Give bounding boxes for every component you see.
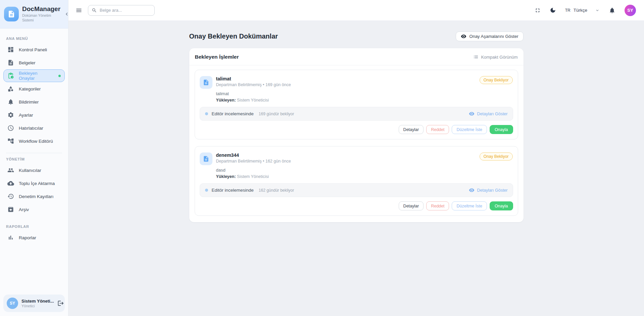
logout-icon xyxy=(57,300,64,307)
sidebar-header: DocManager Doküman Yönetim Sistemi xyxy=(0,0,68,28)
sidebar-item-belgeler[interactable]: Belgeler xyxy=(3,56,65,69)
page-header: Onay Bekleyen Dokümanlar Onay Aşamaların… xyxy=(189,31,524,41)
bar-chart-icon xyxy=(7,234,14,241)
user-role: Yönetici xyxy=(21,304,54,308)
archive-icon xyxy=(7,206,14,213)
request-fix-button[interactable]: Düzeltme İste xyxy=(452,201,487,210)
header-avatar[interactable]: SY xyxy=(625,5,636,16)
chevron-left-icon xyxy=(64,11,70,17)
sidebar-item-label: Bekleyen Onaylar xyxy=(19,71,54,81)
document-item: denem344 Departman Belirtilmemiş • 162 g… xyxy=(195,146,518,216)
approve-button[interactable]: Onayla xyxy=(490,125,513,134)
document-item-header: denem344 Departman Belirtilmemiş • 162 g… xyxy=(195,146,518,179)
document-uploader: Yükleyen: Sistem Yöneticisi xyxy=(216,174,476,179)
menu-toggle-button[interactable] xyxy=(76,7,82,14)
pending-approvals-icon xyxy=(7,72,14,79)
sidebar-item-toplu-ice-aktarma[interactable]: Toplu İçe Aktarma xyxy=(3,177,65,190)
topbar-actions: TR Türkçe SY xyxy=(535,5,636,16)
document-description: talimat xyxy=(216,91,476,96)
document-title: talimat xyxy=(216,76,476,81)
workflow-icon xyxy=(7,138,14,144)
sidebar-item-kontrol-paneli[interactable]: Kontrol Paneli xyxy=(3,43,65,56)
eye-icon xyxy=(469,187,475,193)
document-item: talimat Departman Belirtilmemiş • 169 gü… xyxy=(195,70,518,139)
app-name: DocManager xyxy=(22,5,60,13)
document-description: dasd xyxy=(216,168,476,173)
document-actions: Detaylar Reddet Düzeltme İste Onayla xyxy=(195,197,518,215)
sidebar-item-workflow-editoru[interactable]: Workflow Editörü xyxy=(3,135,65,147)
show-approval-stages-label: Onay Aşamalarını Göster xyxy=(469,34,518,39)
sidebar: DocManager Doküman Yönetim Sistemi ANA M… xyxy=(0,0,68,316)
compact-view-toggle[interactable]: Kompakt Görünüm xyxy=(473,54,517,60)
show-details-link[interactable]: Detayları Göster xyxy=(469,187,507,193)
list-view-icon xyxy=(473,54,479,60)
approval-stage-bar: Editör incelemesinde 162 gündür bekliyor… xyxy=(200,183,513,197)
sidebar-item-label: Ayarlar xyxy=(19,113,33,118)
bell-icon xyxy=(7,99,14,105)
user-name: Sistem Yöneti... xyxy=(21,299,54,304)
sidebar-item-label: Toplu İçe Aktarma xyxy=(19,181,55,186)
sidebar-divider xyxy=(6,153,62,153)
sidebar-item-kategoriler[interactable]: Kategoriler xyxy=(3,82,65,95)
fullscreen-button[interactable] xyxy=(535,7,541,13)
sidebar-item-label: Arşiv xyxy=(19,207,29,212)
main-area: Onay Bekleyen Dokümanlar Onay Aşamaların… xyxy=(68,21,644,316)
sidebar-item-label: Kategoriler xyxy=(19,86,41,91)
sidebar-item-arsiv[interactable]: Arşiv xyxy=(3,203,65,216)
sidebar-collapse-button[interactable] xyxy=(64,11,70,17)
app-tagline: Doküman Yönetim Sistemi xyxy=(22,13,60,22)
status-badge: Onay Bekliyor xyxy=(480,152,513,161)
document-type-icon xyxy=(200,76,212,89)
sidebar-nav: ANA MENÜ Kontrol Paneli Belgeler Bekleye… xyxy=(0,28,68,316)
panel-title: Bekleyen İşlemler xyxy=(195,54,239,60)
approval-stage-bar: Editör incelemesinde 169 gündür bekliyor… xyxy=(200,107,513,121)
sidebar-item-bekleyen-onaylar[interactable]: Bekleyen Onaylar xyxy=(3,69,65,82)
sidebar-user-card[interactable]: SY Sistem Yöneti... Yönetici xyxy=(3,295,65,312)
reject-button[interactable]: Reddet xyxy=(426,125,449,134)
sidebar-item-label: Bildirimler xyxy=(19,100,39,105)
request-fix-button[interactable]: Düzeltme İste xyxy=(452,125,487,134)
topbar: TR Türkçe SY xyxy=(68,0,644,21)
document-info: talimat Departman Belirtilmemiş • 169 gü… xyxy=(216,76,476,103)
sidebar-item-denetim-kayitlari[interactable]: Denetim Kayıtları xyxy=(3,190,65,203)
sidebar-item-bildirimler[interactable]: Bildirimler xyxy=(3,96,65,108)
details-button[interactable]: Detaylar xyxy=(399,201,424,210)
moon-icon xyxy=(550,7,556,13)
document-meta: Departman Belirtilmemiş • 169 gün önce xyxy=(216,82,476,87)
sidebar-item-kullanicilar[interactable]: Kullanıcılar xyxy=(3,164,65,177)
dark-mode-toggle[interactable] xyxy=(550,7,556,13)
show-details-link[interactable]: Detayları Göster xyxy=(469,111,507,117)
document-item-header: talimat Departman Belirtilmemiş • 169 gü… xyxy=(195,70,518,103)
eye-icon xyxy=(469,111,475,117)
dashboard-icon xyxy=(7,46,14,53)
approve-button[interactable]: Onayla xyxy=(490,201,513,210)
logout-button[interactable] xyxy=(57,300,64,307)
language-selector[interactable]: TR Türkçe xyxy=(565,8,600,13)
sidebar-item-hatirlaticilar[interactable]: Hatırlatıcılar xyxy=(3,122,65,134)
show-details-label: Detayları Göster xyxy=(477,112,507,116)
stage-waiting-time: 169 gündür bekliyor xyxy=(259,112,294,116)
uploader-value: Sistem Yöneticisi xyxy=(237,98,269,103)
document-icon xyxy=(7,59,14,66)
sidebar-item-ayarlar[interactable]: Ayarlar xyxy=(3,109,65,121)
compact-view-label: Kompakt Görünüm xyxy=(481,55,517,60)
notifications-button[interactable] xyxy=(609,7,615,14)
pending-indicator-dot xyxy=(58,75,61,77)
category-icon xyxy=(7,85,14,92)
search-box[interactable] xyxy=(88,5,155,16)
history-icon xyxy=(7,193,14,200)
main-column: TR Türkçe SY Onay Bekleyen Dokümanlar On… xyxy=(68,0,644,316)
details-button[interactable]: Detaylar xyxy=(399,125,424,134)
show-approval-stages-button[interactable]: Onay Aşamalarını Göster xyxy=(456,31,524,41)
page-title: Onay Bekleyen Dokümanlar xyxy=(189,33,278,40)
sidebar-item-label: Hatırlatıcılar xyxy=(19,126,43,131)
reject-button[interactable]: Reddet xyxy=(426,201,449,210)
uploader-label: Yükleyen: xyxy=(216,98,236,103)
document-logo-icon xyxy=(7,10,15,18)
document-type-icon xyxy=(200,152,212,165)
stage-dot xyxy=(205,112,208,115)
search-icon xyxy=(92,8,97,13)
show-details-label: Detayları Göster xyxy=(477,188,507,193)
search-input[interactable] xyxy=(100,8,151,13)
sidebar-item-raporlar[interactable]: Raporlar xyxy=(3,231,65,244)
